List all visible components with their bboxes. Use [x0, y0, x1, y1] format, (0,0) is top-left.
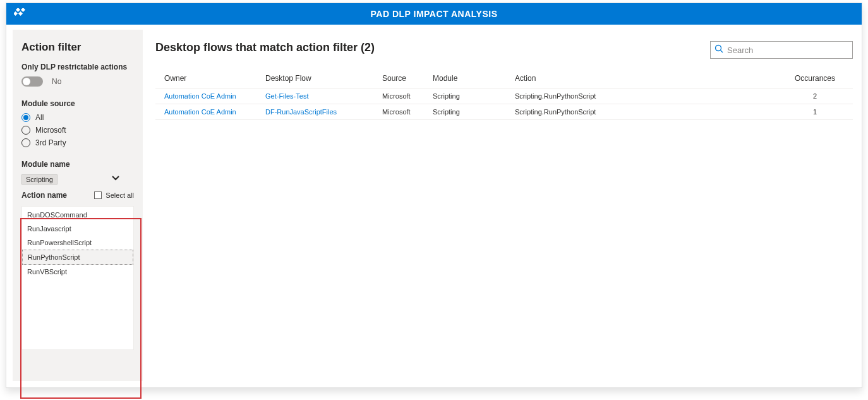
dlp-toggle[interactable] [21, 76, 43, 87]
col-owner[interactable]: Owner [155, 69, 256, 88]
svg-rect-0 [16, 8, 20, 12]
module-name-select[interactable]: Scripting [21, 174, 120, 185]
module-name-label: Module name [21, 160, 134, 169]
action-item[interactable]: RunJavascript [22, 222, 133, 236]
radio-3rd-party[interactable]: 3rd Party [21, 138, 134, 147]
radio-all[interactable]: All [21, 113, 134, 122]
source-cell: Microsoft [373, 104, 424, 120]
radio-icon [21, 138, 30, 147]
chevron-down-icon [111, 174, 120, 185]
top-bar: PAD DLP IMPACT ANALYSIS [6, 3, 862, 25]
radio-microsoft[interactable]: Microsoft [21, 126, 134, 135]
source-cell: Microsoft [373, 88, 424, 104]
svg-rect-1 [21, 8, 25, 12]
owner-link[interactable]: Automation CoE Admin [155, 104, 256, 120]
sidebar-title: Action filter [21, 41, 134, 54]
module-source-radio-group: All Microsoft 3rd Party [21, 113, 134, 147]
search-icon [714, 44, 723, 56]
svg-rect-2 [14, 11, 18, 16]
owner-link[interactable]: Automation CoE Admin [155, 88, 256, 104]
action-item[interactable]: RunDOSCommand [22, 208, 133, 222]
action-cell: Scripting.RunPythonScript [506, 88, 777, 104]
module-cell: Scripting [424, 88, 506, 104]
toggle-knob [23, 78, 30, 85]
radio-label: 3rd Party [35, 138, 66, 147]
svg-rect-3 [18, 11, 23, 16]
dlp-toggle-label: Only DLP restrictable actions [21, 63, 134, 71]
action-name-label: Action name [21, 191, 67, 200]
table-header-row: Owner Desktop Flow Source Module Action … [155, 69, 853, 88]
action-name-section: Action name Select all RunDOSCommand Run… [21, 191, 134, 350]
checkbox-icon [94, 191, 102, 199]
select-all-label: Select all [105, 191, 134, 199]
svg-line-5 [721, 51, 723, 53]
action-item[interactable]: RunVBScript [22, 265, 133, 279]
svg-point-4 [716, 45, 721, 51]
radio-label: All [35, 113, 44, 122]
col-desktop-flow[interactable]: Desktop Flow [256, 69, 373, 88]
action-item[interactable]: RunPowershellScript [22, 236, 133, 250]
flow-link[interactable]: Get-Files-Test [256, 88, 373, 104]
occurances-cell: 1 [777, 104, 853, 120]
module-name-tag: Scripting [21, 174, 57, 185]
radio-icon [21, 126, 30, 135]
col-action[interactable]: Action [506, 69, 777, 88]
search-input[interactable] [727, 45, 848, 55]
col-module[interactable]: Module [424, 69, 506, 88]
results-table: Owner Desktop Flow Source Module Action … [155, 69, 853, 120]
app-shell: PAD DLP IMPACT ANALYSIS Action filter On… [6, 3, 862, 388]
action-cell: Scripting.RunPythonScript [506, 104, 777, 120]
filter-sidebar: Action filter Only DLP restrictable acti… [13, 30, 143, 381]
action-name-list[interactable]: RunDOSCommand RunJavascript RunPowershel… [21, 206, 134, 350]
app-logo-icon [14, 8, 28, 20]
radio-label: Microsoft [35, 126, 66, 135]
action-item-selected[interactable]: RunPythonScript [22, 250, 133, 265]
col-occurances[interactable]: Occurances [777, 69, 853, 88]
occurances-cell: 2 [777, 88, 853, 104]
app-title: PAD DLP IMPACT ANALYSIS [6, 9, 862, 19]
content-area: Action filter Only DLP restrictable acti… [6, 25, 862, 387]
select-all-checkbox[interactable]: Select all [94, 191, 134, 199]
search-box[interactable] [710, 41, 853, 59]
table-row[interactable]: Automation CoE Admin Get-Files-Test Micr… [155, 88, 853, 104]
table-row[interactable]: Automation CoE Admin DF-RunJavaScriptFil… [155, 104, 853, 120]
module-source-label: Module source [21, 99, 134, 108]
main-panel: Desktop flows that match action filter (… [143, 30, 853, 381]
module-cell: Scripting [424, 104, 506, 120]
radio-icon [21, 113, 30, 122]
flow-link[interactable]: DF-RunJavaScriptFiles [256, 104, 373, 120]
results-title: Desktop flows that match action filter (… [155, 41, 375, 54]
col-source[interactable]: Source [373, 69, 424, 88]
dlp-toggle-value: No [52, 77, 61, 86]
